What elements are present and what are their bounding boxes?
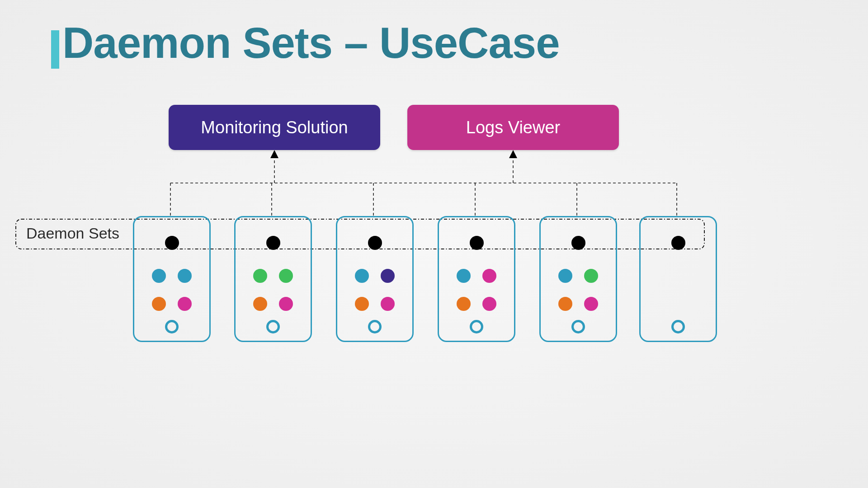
node-home-icon [671, 320, 685, 333]
daemonset-pod-icon [266, 236, 280, 250]
pod-icon [584, 269, 598, 283]
pod-icon [279, 269, 293, 283]
node-card [438, 216, 515, 342]
node-card [133, 216, 211, 342]
slide-canvas: Daemon Sets – UseCase Monitoring Solutio… [0, 0, 868, 488]
svg-marker-10 [509, 150, 517, 158]
node-card [539, 216, 617, 342]
usecase-monitoring-box: Monitoring Solution [169, 105, 380, 150]
pod-icon [482, 269, 496, 283]
pod-icon [178, 269, 192, 283]
pod-grid [337, 262, 412, 318]
usecase-logs-box: Logs Viewer [407, 105, 619, 150]
daemonset-pod-icon [470, 236, 484, 250]
node-home-icon [470, 320, 483, 333]
pod-icon [253, 269, 267, 283]
slide-title: Daemon Sets – UseCase [62, 18, 560, 68]
pod-icon [152, 269, 166, 283]
node-home-icon [368, 320, 382, 333]
pod-icon [279, 297, 293, 311]
pod-icon [558, 269, 572, 283]
daemonset-pod-icon [571, 236, 585, 250]
daemonset-pod-icon [165, 236, 179, 250]
pod-grid [541, 262, 616, 318]
connector-overlay [0, 0, 868, 488]
usecase-monitoring-label: Monitoring Solution [201, 118, 348, 137]
node-home-icon [266, 320, 280, 333]
usecase-logs-label: Logs Viewer [466, 118, 560, 137]
node-home-icon [165, 320, 179, 333]
daemonset-label: Daemon Sets [26, 225, 119, 242]
pod-icon [178, 297, 192, 311]
daemonset-pod-icon [671, 236, 685, 250]
pod-grid [236, 262, 311, 318]
node-home-icon [571, 320, 585, 333]
pod-icon [584, 297, 598, 311]
pod-icon [457, 297, 471, 311]
node-card [234, 216, 312, 342]
pod-icon [381, 297, 395, 311]
daemonset-pod-icon [368, 236, 382, 250]
pod-grid [134, 262, 209, 318]
pod-icon [355, 297, 369, 311]
pod-icon [482, 297, 496, 311]
pod-icon [253, 297, 267, 311]
pod-grid [439, 262, 514, 318]
pod-icon [457, 269, 471, 283]
title-accent-bar [51, 30, 59, 69]
pod-icon [381, 269, 395, 283]
node-card [639, 216, 717, 342]
pod-icon [355, 269, 369, 283]
node-card [336, 216, 414, 342]
svg-marker-8 [270, 150, 278, 158]
pod-icon [152, 297, 166, 311]
pod-icon [558, 297, 572, 311]
